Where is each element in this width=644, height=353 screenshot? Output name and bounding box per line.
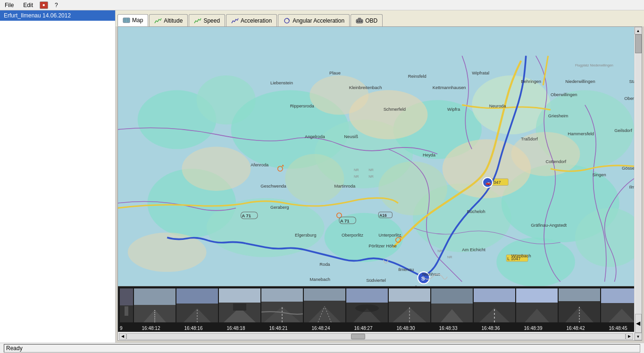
- svg-text:🚗: 🚗: [485, 180, 491, 186]
- svg-text:Martinroda: Martinroda: [334, 184, 356, 189]
- svg-rect-134: [304, 288, 345, 301]
- svg-rect-154: [516, 288, 558, 303]
- menu-file[interactable]: File: [2, 1, 17, 9]
- svg-text:NR: NR: [368, 174, 374, 179]
- thumbnail-10[interactable]: [516, 288, 558, 322]
- vscroll-up-btn[interactable]: ▲: [635, 27, 642, 34]
- thumbnail-8[interactable]: [431, 288, 473, 322]
- svg-rect-157: [559, 288, 600, 301]
- hscroll-right-btn[interactable]: ▶: [626, 333, 633, 340]
- svg-text:Am Stollen: Am Stollen: [401, 285, 422, 286]
- svg-text:Stadtilm: Stadtilm: [629, 79, 634, 84]
- svg-point-4: [359, 20, 360, 22]
- menu-bar: File Edit ■ ?: [0, 0, 644, 10]
- svg-text:Cottendorf: Cottendorf: [545, 159, 566, 164]
- svg-text:Liebenstein: Liebenstein: [270, 81, 293, 85]
- svg-rect-147: [431, 288, 473, 304]
- ts-4: 16:48:24: [300, 326, 342, 331]
- svg-text:Wipfratal: Wipfratal: [472, 71, 489, 75]
- tab-speed[interactable]: Speed: [189, 14, 225, 26]
- tab-speed-label: Speed: [203, 17, 220, 24]
- svg-text:Behringen: Behringen: [521, 79, 541, 84]
- svg-text:Roda: Roda: [319, 262, 330, 267]
- svg-text:Singen: Singen: [592, 172, 606, 177]
- svg-rect-122: [176, 288, 218, 304]
- svg-text:Afenroda: Afenroda: [251, 163, 269, 167]
- status-panel: Ready: [4, 344, 640, 353]
- svg-text:Elgersburg: Elgersburg: [295, 233, 316, 238]
- ts-3: 16:48:21: [258, 326, 299, 331]
- thumbnail-row: [118, 287, 634, 325]
- svg-text:Oberilm: Oberilm: [624, 96, 634, 101]
- hscroll-thumb[interactable]: [351, 334, 365, 339]
- ts-5: 16:48:27: [343, 326, 384, 331]
- right-content: Map Altitude Speed: [116, 10, 644, 343]
- ts-11: 16:48:45: [597, 326, 634, 331]
- ts-7: 16:48:33: [427, 326, 469, 331]
- svg-text:Gräfinau-Angstedt: Gräfinau-Angstedt: [531, 223, 567, 228]
- thumbnail-5[interactable]: [304, 288, 345, 322]
- svg-text:Ilmtal: Ilmtal: [629, 185, 634, 189]
- svg-text:Wümbach: Wümbach: [511, 254, 531, 258]
- svg-rect-6: [358, 18, 361, 19]
- tab-acceleration-label: Acceleration: [241, 17, 272, 24]
- thumbnail-0[interactable]: [120, 288, 133, 322]
- timestamp-first: 9: [120, 326, 129, 331]
- svg-text:Geilsdorf: Geilsdorf: [614, 128, 632, 133]
- svg-text:Niederwillingen: Niederwillingen: [565, 79, 595, 84]
- map-container[interactable]: ▲ ▲ A 71 A 71 A16 L 1047: [118, 27, 634, 286]
- svg-text:Heyda: Heyda: [423, 153, 436, 157]
- thumbnail-2[interactable]: [176, 288, 218, 322]
- thumbnail-strip: 9 16:48:12 16:48:16 16:48:18 16:48:21 16…: [118, 286, 634, 340]
- svg-text:Oberporlitz: Oberporlitz: [342, 233, 363, 238]
- main-layout: Erfurt_Ilmenau 14.06.2012 Map: [0, 10, 644, 343]
- thumbnail-6[interactable]: [346, 288, 388, 322]
- thumbnail-7[interactable]: [389, 288, 430, 322]
- tab-acceleration[interactable]: Acceleration: [226, 14, 277, 26]
- timestamp-row: 9 16:48:12 16:48:16 16:48:18 16:48:21 16…: [118, 325, 634, 332]
- svg-point-26: [182, 147, 251, 191]
- svg-text:Südviertel: Südviertel: [366, 278, 386, 283]
- svg-text:Neusiß: Neusiß: [344, 134, 358, 139]
- tab-bar: Map Altitude Speed: [116, 10, 644, 26]
- svg-text:Oberwillingen: Oberwillingen: [551, 92, 577, 97]
- tab-obd[interactable]: OBD: [351, 14, 383, 26]
- svg-text:▲: ▲: [281, 163, 284, 167]
- menu-toolbar-icon[interactable]: ■: [40, 1, 48, 9]
- tab-map-label: Map: [132, 17, 143, 24]
- thumbnail-3[interactable]: [219, 288, 260, 322]
- collapse-arrow[interactable]: ◀: [635, 314, 642, 333]
- svg-text:Kleinbreitenbach: Kleinbreitenbach: [349, 85, 382, 90]
- hscroll-track[interactable]: [126, 333, 626, 340]
- thumbnail-9[interactable]: [474, 288, 515, 322]
- vscroll-track[interactable]: [635, 34, 642, 314]
- menu-edit[interactable]: Edit: [20, 1, 36, 9]
- svg-text:Schmerfeld: Schmerfeld: [384, 107, 406, 112]
- tab-altitude-label: Altitude: [164, 17, 183, 24]
- svg-text:Ilmenau: Ilmenau: [398, 267, 414, 272]
- tab-altitude[interactable]: Altitude: [149, 14, 188, 26]
- hscroll-bar: ◀ ▶: [118, 332, 634, 340]
- svg-text:Geschwenda: Geschwenda: [260, 184, 286, 189]
- thumbnail-1[interactable]: [134, 288, 176, 322]
- sidebar: Erfurt_Ilmenau 14.06.2012: [0, 10, 116, 343]
- tab-angular[interactable]: Angular Acceleration: [278, 14, 350, 26]
- ts-2: 16:48:18: [215, 326, 257, 331]
- hscroll-left-btn[interactable]: ◀: [119, 333, 126, 340]
- sidebar-item-trip[interactable]: Erfurt_Ilmenau 14.06.2012: [0, 10, 115, 21]
- tab-map[interactable]: Map: [117, 14, 148, 26]
- thumbnail-12[interactable]: [601, 288, 634, 322]
- vscroll-bar: ▲ ◀ ▼: [634, 27, 642, 340]
- tab-angular-label: Angular Acceleration: [293, 17, 344, 24]
- thumbnail-4[interactable]: [261, 288, 303, 322]
- vscroll-thumb[interactable]: [635, 34, 642, 53]
- svg-text:Kettmannhausen: Kettmannhausen: [433, 85, 466, 90]
- svg-text:Reinsfeld: Reinsfeld: [408, 74, 427, 79]
- svg-point-3: [357, 20, 359, 22]
- thumbnail-11[interactable]: [559, 288, 600, 322]
- svg-text:Pörlitzer Höhe: Pörlitzer Höhe: [368, 244, 396, 248]
- menu-help[interactable]: ?: [52, 1, 61, 9]
- svg-rect-143: [389, 288, 430, 302]
- svg-text:Traßdorf: Traßdorf: [521, 137, 538, 141]
- vscroll-down-btn[interactable]: ▼: [635, 333, 642, 340]
